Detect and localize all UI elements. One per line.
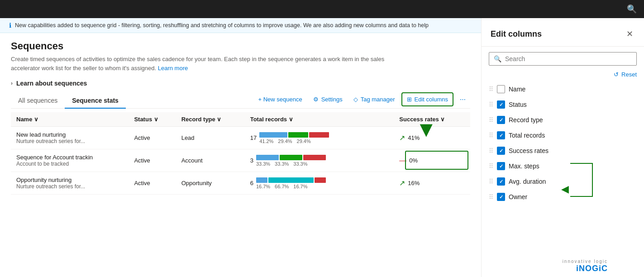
reset-button[interactable]: ↺ Reset xyxy=(614,71,637,78)
info-banner: ℹ New capabilities added to sequence gri… xyxy=(0,18,481,33)
row-status-cell: Active xyxy=(129,127,176,149)
row-name-cell: Sequence for Account trackinAccount to b… xyxy=(16,154,123,167)
progress-bar xyxy=(315,177,326,183)
drag-handle-icon: ⠿ xyxy=(489,86,493,93)
table-header-row: Name ∨ Status ∨ Record type ∨ Total reco… xyxy=(11,112,470,127)
drag-handle-icon: ⠿ xyxy=(489,147,493,154)
page-content: Sequences Create timed sequences of acti… xyxy=(0,33,481,277)
column-checkbox[interactable]: ✓ xyxy=(497,116,505,124)
progress-bar xyxy=(303,155,326,160)
column-label: Max. steps xyxy=(509,162,539,170)
close-panel-button[interactable]: ✕ xyxy=(625,27,635,41)
progress-bar xyxy=(256,177,267,183)
row-record-type-cell: Account xyxy=(176,149,245,172)
settings-icon: ⚙ xyxy=(313,96,319,103)
page-title: Sequences xyxy=(11,40,470,52)
tag-manager-button[interactable]: ◇ Tag manager xyxy=(349,93,400,105)
table-area: Name ∨ Status ∨ Record type ∨ Total reco… xyxy=(11,112,470,277)
panel-search-input[interactable] xyxy=(505,55,632,62)
learn-more-link[interactable]: Learn more xyxy=(158,65,188,72)
column-label: Record type xyxy=(509,116,543,124)
sequences-table: Name ∨ Status ∨ Record type ∨ Total reco… xyxy=(11,112,470,195)
trend-up-icon: ↗ xyxy=(399,134,405,142)
column-list-item[interactable]: ⠿ Name xyxy=(485,81,640,97)
column-label: Status xyxy=(509,101,527,108)
row-total-records-cell: 333.3%33.3%33.3% xyxy=(245,149,394,172)
settings-button[interactable]: ⚙ Settings xyxy=(309,93,347,105)
column-list-item[interactable]: ⠿ ✓ Record type xyxy=(485,112,640,128)
tab-sequence-stats[interactable]: Sequence stats xyxy=(65,93,126,109)
row-name-cell: Opportunity nurturingNurture outreach se… xyxy=(16,177,123,190)
tabs-row: All sequences Sequence stats xyxy=(11,93,254,108)
table-body: New lead nurturingNurture outreach serie… xyxy=(11,127,470,195)
drag-handle-icon: ⠿ xyxy=(489,101,493,108)
panel-title: Edit columns xyxy=(491,29,542,39)
row-total-records-cell: 1741.2%29.4%29.4% xyxy=(245,127,394,149)
column-checkbox[interactable]: ✓ xyxy=(497,147,505,155)
col-header-total-records: Total records ∨ xyxy=(245,112,394,127)
column-checkbox[interactable]: ✓ xyxy=(497,177,505,186)
column-list-item[interactable]: ⠿ ✓ Max. steps xyxy=(485,158,640,174)
column-list-item[interactable]: ⠿ ✓ Owner xyxy=(485,189,640,205)
page-description: Create timed sequences of activities to … xyxy=(11,55,396,72)
info-icon: ℹ xyxy=(9,22,11,29)
drag-handle-icon: ⠿ xyxy=(489,193,493,201)
progress-bar xyxy=(288,132,308,138)
col-header-success-rates: Success rates ∨ xyxy=(394,112,470,127)
column-checkbox[interactable]: ✓ xyxy=(497,100,505,109)
column-checkbox[interactable]: ✓ xyxy=(497,193,505,201)
tag-icon: ◇ xyxy=(353,96,358,103)
column-label: Avg. duration xyxy=(509,178,546,185)
progress-bar xyxy=(259,132,287,138)
top-bar: 🔍 xyxy=(0,0,644,18)
progress-bar xyxy=(256,155,279,160)
edit-columns-panel: Edit columns ✕ 🔍 ↺ Reset ⠿ Name ⠿ ✓ Stat… xyxy=(481,18,644,277)
watermark: innovative logic iNOGiC xyxy=(563,259,608,273)
row-total-records-cell: 616.7%66.7%16.7% xyxy=(245,172,394,195)
reset-row: ↺ Reset xyxy=(482,71,644,81)
new-sequence-button[interactable]: + New sequence xyxy=(254,93,307,105)
column-list-item[interactable]: ⠿ ✓ Success rates xyxy=(485,143,640,158)
trend-neutral-icon: — xyxy=(399,157,406,165)
row-name-cell: New lead nurturingNurture outreach serie… xyxy=(16,131,123,144)
progress-bar xyxy=(268,177,314,183)
progress-bar xyxy=(309,132,329,138)
column-label: Total records xyxy=(509,132,545,139)
column-label: Success rates xyxy=(509,147,549,154)
chevron-right-icon: › xyxy=(11,80,13,86)
content-area: ℹ New capabilities added to sequence gri… xyxy=(0,18,481,277)
columns-icon: ⊞ xyxy=(407,96,412,103)
row-success-cell: ↗41% xyxy=(394,127,470,149)
table-row: Sequence for Account trackinAccount to b… xyxy=(11,149,470,172)
col-header-record-type: Record type ∨ xyxy=(176,112,245,127)
column-list-item[interactable]: ⠿ ✓ Avg. duration xyxy=(485,174,640,189)
tab-all-sequences[interactable]: All sequences xyxy=(11,93,65,109)
column-label: Name xyxy=(509,86,525,93)
column-list-item[interactable]: ⠿ ✓ Status xyxy=(485,97,640,112)
column-label: Owner xyxy=(509,193,527,201)
trend-up-icon: ↗ xyxy=(399,179,405,187)
row-record-type-cell: Lead xyxy=(176,127,245,149)
drag-handle-icon: ⠿ xyxy=(489,116,493,124)
panel-search-box[interactable]: 🔍 xyxy=(489,52,637,66)
column-checkbox[interactable]: ✓ xyxy=(497,131,505,139)
row-record-type-cell: Opportunity xyxy=(176,172,245,195)
topbar-search-icon[interactable]: 🔍 xyxy=(627,4,637,14)
column-checkbox[interactable] xyxy=(497,85,505,93)
column-list-item[interactable]: ⠿ ✓ Total records xyxy=(485,128,640,143)
panel-search-icon: 🔍 xyxy=(494,55,501,62)
edit-columns-button[interactable]: ⊞ Edit columns xyxy=(401,92,453,106)
drag-handle-icon: ⠿ xyxy=(489,162,493,170)
learn-about-toggle[interactable]: › Learn about sequences xyxy=(11,80,470,87)
col-header-name: Name ∨ xyxy=(11,112,129,127)
more-options-button[interactable]: ⋯ xyxy=(455,93,470,105)
row-success-cell: ↗16% xyxy=(394,172,470,195)
column-checkbox[interactable]: ✓ xyxy=(497,162,505,170)
main-layout: ℹ New capabilities added to sequence gri… xyxy=(0,18,644,277)
row-status-cell: Active xyxy=(129,149,176,172)
table-row: Opportunity nurturingNurture outreach se… xyxy=(11,172,470,195)
toolbar: + New sequence ⚙ Settings ◇ Tag manager … xyxy=(254,92,471,108)
row-success-cell: —0% xyxy=(394,149,470,172)
panel-header: Edit columns ✕ xyxy=(482,18,644,47)
row-status-cell: Active xyxy=(129,172,176,195)
